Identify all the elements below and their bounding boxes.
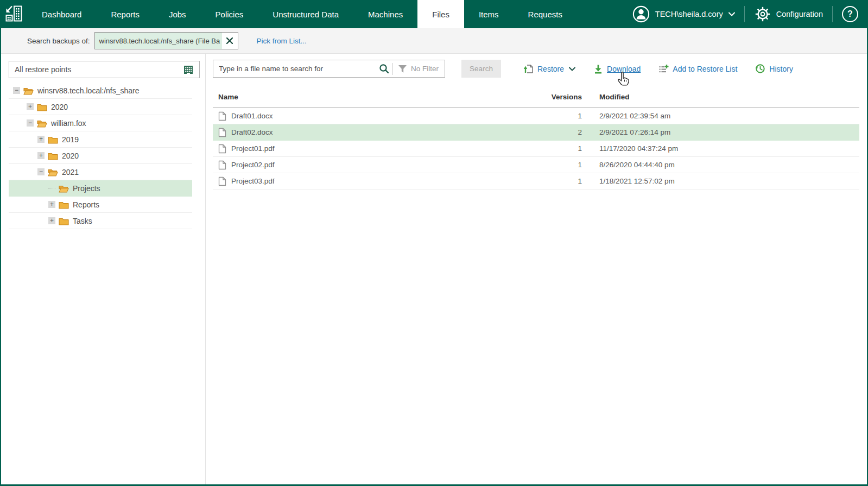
tree-item-2021[interactable]: 2021 [9,164,192,180]
expand-icon[interactable] [48,217,55,224]
expand-icon[interactable] [27,103,34,110]
tree-item-label: 2021 [62,168,79,176]
app-logo[interactable] [1,0,27,28]
configuration-button[interactable]: Configuration [754,5,823,23]
restore-points-value: All restore points [15,65,71,74]
nav-divider [744,6,745,22]
table-row-project01[interactable]: Project01.pdf 1 11/17/2020 04:37:24 pm [213,141,859,157]
add-to-restore-list-button[interactable]: Add to Restore List [658,64,737,74]
file-icon [218,144,226,154]
tree-item-label: 2020 [51,103,68,111]
tree-item-projects[interactable]: Projects [9,180,192,197]
tree-item-nfs-share[interactable]: winsrv88.tech.local:/nfs_share [9,83,192,99]
folder-open-icon [48,168,58,176]
expand-icon[interactable] [48,201,55,208]
tab-dashboard[interactable]: Dashboard [27,0,96,28]
history-label: History [769,65,793,73]
file-modified: 11/17/2020 04:37:24 pm [582,144,859,153]
folder-closed-icon [37,103,47,111]
file-modified: 2/9/2021 07:26:14 pm [582,128,859,136]
tab-jobs[interactable]: Jobs [154,0,201,28]
table-row-project03[interactable]: Project03.pdf 1 1/18/2021 12:57:02 pm [213,173,859,190]
tree-item-william-fox[interactable]: william.fox [9,115,192,131]
file-actions: Restore Download Add to Restore List His… [523,64,793,74]
folder-tree: winsrv88.tech.local:/nfs_share 2020 will… [9,83,192,229]
column-header-name[interactable]: Name [213,93,538,101]
folder-open-icon [37,119,47,128]
folder-closed-icon [59,200,69,209]
file-search-input[interactable] [213,65,379,73]
file-versions: 2 [538,128,582,136]
tree-item-label: Projects [73,184,100,193]
close-icon [226,37,233,44]
tree-item-label: 2020 [62,152,79,160]
tree-item-2020-root[interactable]: 2020 [9,99,192,115]
tree-item-reports[interactable]: Reports [9,197,192,213]
question-icon: ? [847,9,853,19]
main-body: All restore points winsrv88.tech.local:/… [1,54,867,484]
file-name: Project01.pdf [231,144,275,153]
tab-items[interactable]: Items [464,0,514,28]
file-icon [218,160,226,170]
file-modified: 8/26/2020 04:44:40 pm [582,161,859,169]
tree-item-label: 2019 [62,135,79,144]
tree-item-2019[interactable]: 2019 [9,131,192,148]
user-menu[interactable]: TECH\sheila.d.cory [632,5,735,23]
table-header-row: Name Versions Modified [213,86,859,108]
no-filter-label: No Filter [411,65,439,73]
restore-label: Restore [537,65,564,73]
search-backups-label: Search backups of: [27,37,90,45]
clear-scope-button[interactable] [222,33,238,49]
user-avatar-icon [632,5,650,23]
tab-files[interactable]: Files [417,0,464,28]
download-icon [593,64,603,74]
tab-policies[interactable]: Policies [201,0,258,28]
file-versions: 1 [538,177,582,185]
nav-right-controls: TECH\sheila.d.cory Configuration ? [632,0,867,28]
file-versions: 1 [538,112,582,120]
table-row-draft02[interactable]: Draft02.docx 2 2/9/2021 07:26:14 pm [213,124,859,141]
column-header-modified[interactable]: Modified [582,93,859,101]
chevron-down-icon [728,12,735,16]
tab-machines[interactable]: Machines [353,0,417,28]
expand-icon[interactable] [37,152,45,159]
funnel-icon [398,65,407,73]
history-button[interactable]: History [755,64,793,74]
backup-tree-panel: All restore points winsrv88.tech.local:/… [1,54,206,484]
filter-button[interactable]: No Filter [398,65,445,73]
table-row-draft01[interactable]: Draft01.docx 1 2/9/2021 02:39:54 am [213,108,859,124]
nav-tabs: Dashboard Reports Jobs Policies Unstruct… [27,0,577,28]
file-name: Project02.pdf [231,161,275,169]
search-button[interactable]: Search [461,60,501,78]
collapse-icon[interactable] [13,87,20,94]
table-row-project02[interactable]: Project02.pdf 1 8/26/2020 04:44:40 pm [213,157,859,173]
help-button[interactable]: ? [842,6,858,22]
file-name: Draft01.docx [231,112,273,120]
backup-scope-field[interactable]: winsrv88.tech.local:/nfs_share (File Ba [94,32,238,49]
file-versions: 1 [538,161,582,169]
column-header-versions[interactable]: Versions [538,93,582,101]
enterprise-manager-window: Dashboard Reports Jobs Policies Unstruct… [0,0,868,486]
tree-item-tasks[interactable]: Tasks [9,213,192,229]
collapse-icon[interactable] [37,168,45,175]
download-button[interactable]: Download [593,64,641,74]
history-clock-icon [755,64,765,74]
tree-item-2020[interactable]: 2020 [9,148,192,164]
expand-icon[interactable] [37,136,45,143]
tab-reports[interactable]: Reports [96,0,154,28]
tab-requests[interactable]: Requests [514,0,577,28]
restore-points-selector[interactable]: All restore points [9,61,200,78]
calendar-icon[interactable] [183,64,194,75]
search-icon[interactable] [379,64,389,74]
file-name: Project03.pdf [231,177,275,185]
tree-connector [48,188,55,188]
pick-from-list-link[interactable]: Pick from List... [257,37,307,45]
add-to-list-icon [658,64,669,74]
tab-unstructured-data[interactable]: Unstructured Data [258,0,353,28]
folder-closed-icon [48,152,58,160]
collapse-icon[interactable] [27,119,34,127]
nav-divider [832,6,833,22]
tree-item-label: winsrv88.tech.local:/nfs_share [37,86,140,95]
restore-button[interactable]: Restore [523,64,575,74]
tree-item-label: Tasks [73,217,92,225]
